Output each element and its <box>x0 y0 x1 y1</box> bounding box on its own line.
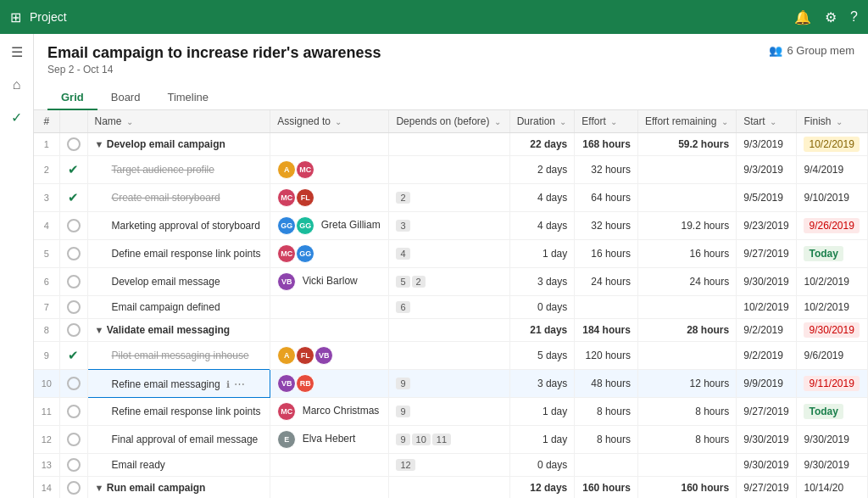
tab-timeline[interactable]: Timeline <box>153 86 222 110</box>
row-status[interactable] <box>59 212 87 240</box>
row-num: 12 <box>34 426 59 454</box>
header: Email campaign to increase rider's aware… <box>34 34 868 76</box>
col-start[interactable]: Start ⌄ <box>737 110 797 133</box>
row-effort: 24 hours <box>575 268 638 296</box>
menu-icon[interactable]: ☰ <box>8 41 26 64</box>
row-num: 11 <box>34 398 59 426</box>
col-effort-rem[interactable]: Effort remaining ⌄ <box>637 110 736 133</box>
row-num: 6 <box>34 268 59 296</box>
bell-icon[interactable]: 🔔 <box>794 9 811 25</box>
gear-icon[interactable]: ⚙ <box>825 9 837 25</box>
col-depends[interactable]: Depends on (before) ⌄ <box>389 110 509 133</box>
row-status[interactable]: ✔ <box>59 156 87 184</box>
row-task-name[interactable]: Develop email message <box>87 268 270 296</box>
row-finish: 9/10/2019 <box>797 184 868 212</box>
col-name[interactable]: Name ⌄ <box>87 110 270 133</box>
topbar: ⊞ Project 🔔 ⚙ ? <box>0 0 868 34</box>
row-start: 9/3/2019 <box>737 133 797 156</box>
row-num: 1 <box>34 133 59 156</box>
home-icon[interactable]: ⌂ <box>9 74 25 96</box>
row-status[interactable] <box>59 319 87 342</box>
row-effort-remaining: 24 hours <box>637 268 736 296</box>
row-task-name[interactable]: Target audience profile <box>87 156 270 184</box>
row-duration: 1 day <box>509 240 575 268</box>
grid-icon[interactable]: ⊞ <box>10 9 21 25</box>
table-row: 8▼ Validate email messaging21 days184 ho… <box>34 319 868 342</box>
row-start: 9/27/2019 <box>737 240 797 268</box>
check-icon[interactable]: ✓ <box>8 106 25 129</box>
row-task-name[interactable]: Create email storyboard <box>87 184 270 212</box>
row-status[interactable] <box>59 426 87 454</box>
row-effort: 32 hours <box>575 212 638 240</box>
row-status[interactable] <box>59 296 87 319</box>
row-depends: 52 <box>389 268 509 296</box>
row-effort: 48 hours <box>575 370 638 398</box>
col-effort[interactable]: Effort ⌄ <box>575 110 638 133</box>
row-assigned: MC Marco Christmas <box>270 398 389 426</box>
col-finish[interactable]: Finish ⌄ <box>797 110 868 133</box>
row-status[interactable]: ✔ <box>59 342 87 370</box>
table-row: 7Email campaign defined60 days10/2/20191… <box>34 296 868 319</box>
table-row: 12Final approval of email messageE Elva … <box>34 426 868 454</box>
tab-board[interactable]: Board <box>97 86 154 110</box>
row-status[interactable] <box>59 133 87 156</box>
row-assigned: AFLVB <box>270 342 389 370</box>
row-task-name[interactable]: Pilot email messaging inhouse <box>87 342 270 370</box>
col-assigned[interactable]: Assigned to ⌄ <box>270 110 389 133</box>
row-finish: 9/26/2019 <box>797 212 868 240</box>
row-task-name[interactable]: Email campaign defined <box>87 296 270 319</box>
row-status[interactable] <box>59 398 87 426</box>
header-left: Email campaign to increase rider's aware… <box>47 44 381 76</box>
topbar-left: ⊞ Project <box>10 9 67 25</box>
row-task-name[interactable]: ▼ Validate email messaging <box>87 319 270 342</box>
row-task-name[interactable]: Refine email response link points <box>87 398 270 426</box>
page-subtitle: Sep 2 - Oct 14 <box>47 64 381 76</box>
row-start: 9/3/2019 <box>737 156 797 184</box>
info-icon[interactable]: ℹ <box>226 379 230 389</box>
row-effort-remaining: 19.2 hours <box>637 212 736 240</box>
row-num: 14 <box>34 477 59 499</box>
row-task-name[interactable]: Final approval of email message <box>87 426 270 454</box>
col-duration[interactable]: Duration ⌄ <box>509 110 575 133</box>
row-task-name[interactable]: ▼ Develop email campaign <box>87 133 270 156</box>
row-effort: 120 hours <box>575 342 638 370</box>
row-status[interactable] <box>59 477 87 499</box>
row-effort-remaining <box>637 342 736 370</box>
more-icon[interactable]: ⋯ <box>234 378 245 390</box>
row-num: 3 <box>34 184 59 212</box>
app-title: Project <box>30 10 67 24</box>
row-duration: 3 days <box>509 370 575 398</box>
row-status[interactable]: ✔ <box>59 184 87 212</box>
table-row: 10Refine email messaging ℹ ⋯VBRB93 days4… <box>34 370 868 398</box>
row-status[interactable] <box>59 454 87 477</box>
table-row: 11Refine email response link pointsMC Ma… <box>34 398 868 426</box>
row-depends: 9 <box>389 398 509 426</box>
row-status[interactable] <box>59 370 87 398</box>
row-task-name[interactable]: Marketing approval of storyboard <box>87 212 270 240</box>
help-icon[interactable]: ? <box>850 9 858 25</box>
row-task-name[interactable]: Email ready <box>87 454 270 477</box>
row-status[interactable] <box>59 240 87 268</box>
group-members[interactable]: 👥 6 Group mem <box>769 44 854 57</box>
table-row: 13Email ready120 days9/30/20199/30/2019 <box>34 454 868 477</box>
row-assigned: MCGG <box>270 240 389 268</box>
row-task-name[interactable]: Define email response link points <box>87 240 270 268</box>
row-finish: 10/2/2019 <box>797 268 868 296</box>
row-finish: 10/2/2019 <box>797 296 868 319</box>
table-row: 6Develop email messageVB Vicki Barlow523… <box>34 268 868 296</box>
row-finish: 10/2/2019 <box>797 133 868 156</box>
row-assigned: VB Vicki Barlow <box>270 268 389 296</box>
row-effort-remaining <box>637 156 736 184</box>
row-duration: 0 days <box>509 296 575 319</box>
row-start: 9/30/2019 <box>737 268 797 296</box>
row-task-name[interactable]: Refine email messaging ℹ ⋯ <box>87 370 270 398</box>
row-assigned <box>270 133 389 156</box>
tab-grid[interactable]: Grid <box>47 86 97 110</box>
row-num: 7 <box>34 296 59 319</box>
table-header-row: # Name ⌄ Assigned to ⌄ Depends on (befor… <box>34 110 868 133</box>
row-assigned: GGGG Greta Gilliam <box>270 212 389 240</box>
row-depends <box>389 342 509 370</box>
row-task-name[interactable]: ▼ Run email campaign <box>87 477 270 499</box>
header-right: 👥 6 Group mem <box>769 44 854 57</box>
row-status[interactable] <box>59 268 87 296</box>
